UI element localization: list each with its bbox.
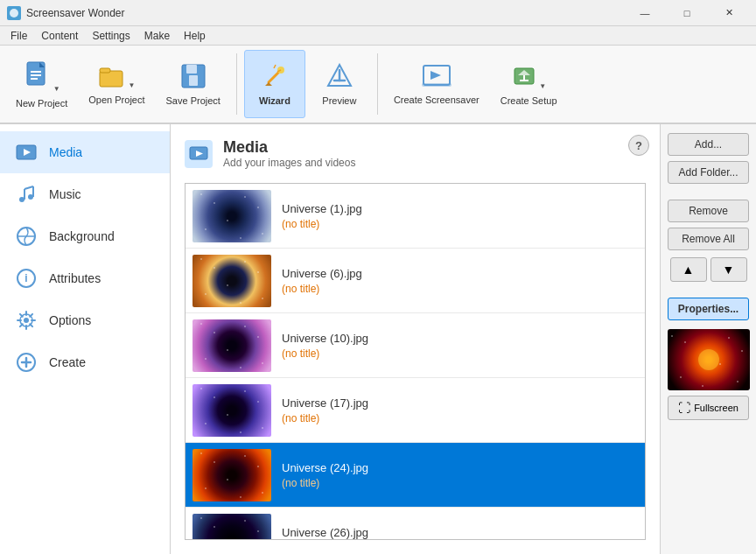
remove-button[interactable]: Remove: [668, 200, 749, 222]
media-title: (no title): [282, 477, 638, 489]
svg-line-33: [24, 186, 33, 189]
menu-settings[interactable]: Settings: [85, 28, 136, 44]
media-info: Universe (6).jpg(no title): [282, 267, 638, 295]
fullscreen-button[interactable]: ⛶ Fullscreen: [668, 396, 749, 420]
content-area: ? Media Add your images and videos Unive…: [171, 124, 660, 554]
sidebar-item-music[interactable]: Music: [0, 173, 170, 215]
preview-label: Preview: [322, 95, 356, 106]
sidebar-attributes-label: Attributes: [49, 271, 101, 285]
preview-icon: [326, 63, 353, 92]
attributes-icon: i: [14, 266, 38, 291]
svg-line-15: [274, 65, 276, 68]
music-icon: [14, 182, 38, 207]
window-controls: — □ ✕: [625, 0, 749, 26]
fullscreen-icon: ⛶: [678, 401, 690, 415]
toolbar-sep-1: [236, 53, 237, 115]
create-setup-button[interactable]: ▼ Create Setup: [492, 50, 566, 118]
media-filename: Universe (1).jpg: [282, 202, 638, 215]
save-project-icon: [180, 63, 206, 92]
new-project-label: New Project: [16, 98, 67, 109]
media-thumbnail: [192, 255, 271, 307]
sidebar-options-label: Options: [49, 313, 91, 327]
media-info: Universe (26).jpg(no title): [282, 526, 638, 541]
sidebar-background-label: Background: [49, 229, 115, 243]
media-title: (no title): [282, 283, 638, 295]
open-project-arrow: ▼: [128, 81, 135, 89]
content-header: Media Add your images and videos: [185, 138, 646, 169]
create-screensaver-icon: [422, 62, 452, 91]
new-project-icon: [24, 60, 52, 95]
sidebar-item-media[interactable]: Media: [0, 131, 170, 173]
media-title: (no title): [282, 412, 638, 424]
media-item[interactable]: Universe (1).jpg(no title): [186, 184, 645, 249]
media-info: Universe (24).jpg(no title): [282, 461, 638, 489]
media-item[interactable]: Universe (17).jpg(no title): [186, 378, 645, 443]
options-icon: [14, 308, 38, 333]
menu-help[interactable]: Help: [177, 28, 213, 44]
media-icon: [14, 140, 38, 165]
content-title: Media: [223, 138, 355, 157]
menu-make[interactable]: Make: [137, 28, 177, 44]
save-project-button[interactable]: Save Project: [158, 50, 229, 118]
move-up-button[interactable]: ▲: [670, 257, 707, 282]
media-info: Universe (1).jpg(no title): [282, 202, 638, 230]
remove-all-button[interactable]: Remove All: [668, 228, 749, 250]
maximize-button[interactable]: □: [667, 0, 707, 26]
sidebar-create-label: Create: [49, 355, 86, 369]
create-screensaver-button[interactable]: Create Screensaver: [385, 50, 488, 118]
sidebar-item-create[interactable]: Create: [0, 341, 170, 383]
media-title: (no title): [282, 218, 638, 230]
svg-rect-6: [100, 71, 122, 87]
media-item[interactable]: Universe (6).jpg(no title): [186, 249, 645, 313]
right-panel: Add... Add Folder... Remove Remove All ▲…: [660, 124, 756, 554]
minimize-button[interactable]: —: [625, 0, 665, 26]
media-list[interactable]: Universe (1).jpg(no title)Universe (6).j…: [185, 183, 646, 540]
panel-sep-1: [668, 189, 749, 194]
close-button[interactable]: ✕: [709, 0, 749, 26]
media-item[interactable]: Universe (26).jpg(no title): [186, 508, 645, 540]
new-project-arrow: ▼: [53, 85, 60, 93]
svg-rect-10: [189, 75, 198, 86]
properties-button[interactable]: Properties...: [668, 298, 749, 320]
svg-rect-22: [422, 83, 452, 87]
media-item[interactable]: Universe (10).jpg(no title): [186, 313, 645, 378]
help-button[interactable]: ?: [628, 135, 649, 156]
media-filename: Universe (26).jpg: [282, 526, 638, 539]
preview-button[interactable]: Preview: [309, 50, 370, 118]
add-button[interactable]: Add...: [668, 133, 749, 156]
menubar: File Content Settings Make Help: [0, 26, 756, 46]
media-item[interactable]: Universe (24).jpg(no title): [186, 443, 645, 508]
app-icon: [7, 6, 21, 20]
add-folder-button[interactable]: Add Folder...: [668, 161, 749, 184]
new-project-button[interactable]: ▼ New Project: [7, 50, 76, 118]
fullscreen-label: Fullscreen: [694, 403, 738, 413]
create-screensaver-label: Create Screensaver: [394, 95, 480, 106]
svg-text:i: i: [24, 272, 27, 284]
move-down-button[interactable]: ▼: [710, 257, 747, 282]
sidebar-item-background[interactable]: Background: [0, 215, 170, 257]
media-title: (no title): [282, 347, 638, 360]
toolbar-sep-2: [377, 53, 378, 115]
menu-file[interactable]: File: [4, 28, 34, 44]
sidebar-music-label: Music: [49, 187, 81, 201]
media-thumbnail: [192, 319, 271, 372]
media-thumbnail: [192, 384, 271, 437]
sidebar-item-attributes[interactable]: i Attributes: [0, 257, 170, 299]
svg-marker-14: [265, 82, 272, 86]
media-thumbnail: [192, 449, 271, 501]
sidebar: Media Music Background i Attributes Opti…: [0, 124, 171, 554]
create-setup-arrow: ▼: [539, 82, 546, 90]
save-project-label: Save Project: [166, 95, 220, 106]
main-area: Media Music Background i Attributes Opti…: [0, 124, 756, 554]
menu-content[interactable]: Content: [34, 28, 85, 44]
wizard-button[interactable]: Wizard: [244, 50, 305, 118]
wizard-label: Wizard: [259, 95, 290, 106]
open-project-button[interactable]: ▼ Open Project: [80, 50, 153, 118]
media-filename: Universe (17).jpg: [282, 396, 638, 410]
app-title: Screensaver Wonder: [26, 7, 625, 19]
sidebar-item-options[interactable]: Options: [0, 299, 170, 341]
media-filename: Universe (10).jpg: [282, 332, 638, 345]
sidebar-media-label: Media: [49, 145, 82, 159]
svg-rect-9: [186, 65, 197, 74]
media-info: Universe (17).jpg(no title): [282, 396, 638, 424]
